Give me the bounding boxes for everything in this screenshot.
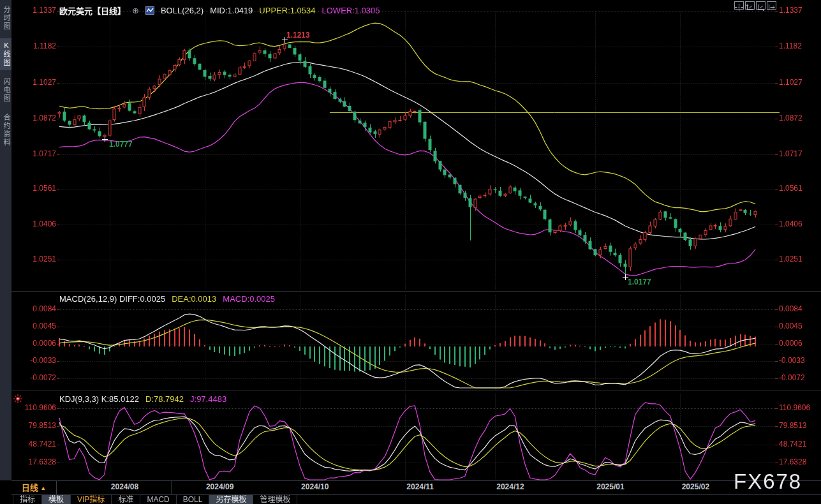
annotation-january-low: 1.0177 xyxy=(628,278,651,286)
shift-chart-right-icon[interactable] xyxy=(767,1,776,10)
price-axis-label: 0.0045 xyxy=(779,322,820,330)
chart-toolbar-icons xyxy=(734,1,776,10)
toolbar-item-标准[interactable]: 标准 xyxy=(112,495,140,504)
time-axis-row: 日线 ▲ 2024/082024/092024/102024/112024/12… xyxy=(11,481,821,494)
macd-dea-value: DEA:0.0013 xyxy=(172,294,216,304)
month-label: 2024/09 xyxy=(191,482,249,491)
toolbar-item-另存模板[interactable]: 另存模板 xyxy=(209,495,253,504)
boll-upper-value: UPPER:1.0534 xyxy=(259,6,315,15)
price-axis-label: -0.0033 xyxy=(779,356,820,365)
price-axis-label: 79.8513 xyxy=(779,421,820,430)
add-indicator-icon[interactable]: ⊕ xyxy=(132,6,139,15)
price-axis-label: 17.6328 xyxy=(11,457,56,466)
month-label: 2024/12 xyxy=(482,482,539,491)
chart-application-window: 分时图 K线图 闪电图 合约资料 欧元美元【日线】 ⊕ BOLL(26,2) M… xyxy=(0,0,821,504)
toolbar-item-指标[interactable]: 指标 xyxy=(13,495,42,504)
main-chart-header: 欧元美元【日线】 ⊕ BOLL(26,2) MID:1.0419 UPPER:1… xyxy=(59,4,380,17)
period-dropdown-arrow: ▲ xyxy=(40,485,46,491)
boll-lower-value: LOWER:1.0305 xyxy=(322,6,380,15)
price-axis-label: -0.0072 xyxy=(779,373,820,382)
annotation-august-low: 1.0777 xyxy=(109,140,133,149)
macd-bar-value: MACD:0.0025 xyxy=(223,294,275,304)
price-axis-label: 48.7421 xyxy=(11,440,56,448)
toolbar-item-VIP指标[interactable]: VIP指标 xyxy=(71,495,112,504)
annotation-high-price: 1.1213 xyxy=(286,31,310,40)
period-label: 日线 xyxy=(22,483,38,493)
price-axis-label: -0.0072 xyxy=(11,373,56,382)
price-axis-label: 0.0084 xyxy=(11,304,56,313)
month-label: 2024/11 xyxy=(392,482,449,491)
price-axis-label: 1.0251 xyxy=(779,255,820,263)
panel-separator xyxy=(11,390,821,390)
month-label: 2024/08 xyxy=(96,482,154,491)
sidebar-tab-kline[interactable]: K线图 xyxy=(0,38,11,70)
month-label: 2024/10 xyxy=(286,482,344,491)
price-axis-label: 0.0006 xyxy=(779,339,820,348)
price-axis-label: 0.0006 xyxy=(11,339,56,348)
price-axis-label: 1.0872 xyxy=(11,114,56,122)
toolbar-item-MACD[interactable]: MACD xyxy=(140,495,176,504)
panel-separator xyxy=(11,291,821,292)
price-axis-label: 1.0561 xyxy=(779,184,820,193)
price-axis-label: 1.1337 xyxy=(11,6,56,15)
symbol-name: 欧元美元 xyxy=(59,4,92,17)
chart-logo-icon xyxy=(145,6,154,15)
kdj-panel-header: KDJ(9,3,3) K:85.0122 D:78.7942 J:97.4483 xyxy=(59,394,226,404)
price-axis-label: 1.0717 xyxy=(11,149,56,158)
boll-indicator-label: BOLL(26,2) xyxy=(161,6,203,15)
chart-canvas[interactable] xyxy=(0,0,821,504)
toolbar-item-模板[interactable]: 模板 xyxy=(42,495,71,504)
boll-mid-value: MID:1.0419 xyxy=(210,6,253,15)
kdj-settings-icon[interactable] xyxy=(13,394,23,406)
price-axis-label: 1.0717 xyxy=(779,149,820,158)
price-axis-label: 1.0872 xyxy=(779,114,820,122)
date-row-divider xyxy=(171,481,172,494)
month-label: 2025/01 xyxy=(582,482,639,491)
indicator-toolbar: 指标模板VIP指标标准MACDBOLL另存模板管理模板 xyxy=(13,495,297,504)
kdj-k-value: KDJ(9,3,3) K:85.0122 xyxy=(59,394,139,404)
toolbar-item-管理模板[interactable]: 管理模板 xyxy=(253,495,297,504)
price-axis-label: 1.1182 xyxy=(779,41,820,50)
period-tag: 【日线】 xyxy=(92,4,126,17)
price-axis-label: 1.0406 xyxy=(779,219,820,228)
toolbar-item-BOLL[interactable]: BOLL xyxy=(177,495,210,504)
crosshair-tool-icon[interactable] xyxy=(734,1,744,10)
sidebar-tab-lightning[interactable]: 闪电图 xyxy=(0,75,11,106)
sidebar-tab-timeshare[interactable]: 分时图 xyxy=(0,3,11,34)
period-selector[interactable]: 日线 ▲ xyxy=(11,481,57,494)
price-axis-label: 79.8513 xyxy=(11,421,56,430)
price-axis-label: 1.0251 xyxy=(11,255,56,263)
price-axis-label: 17.6328 xyxy=(779,457,820,466)
price-axis-label: 1.1027 xyxy=(11,78,56,87)
price-axis-label: -0.0033 xyxy=(11,356,56,365)
month-label: 2025/02 xyxy=(667,482,724,491)
price-axis-label: 110.9606 xyxy=(779,403,820,412)
price-axis-label: 1.1027 xyxy=(779,78,820,87)
price-axis-label: 48.7421 xyxy=(779,440,820,448)
macd-diff-value: MACD(26,12,9) DIFF:0.0025 xyxy=(59,294,165,304)
kdj-d-value: D:78.7942 xyxy=(145,394,184,404)
sidebar-tab-contract-info[interactable]: 合约资料 xyxy=(0,110,11,150)
price-axis-label: 1.1337 xyxy=(779,6,820,15)
price-axis-label: 0.0084 xyxy=(779,304,820,313)
macd-panel-header: MACD(26,12,9) DIFF:0.0025 DEA:0.0013 MAC… xyxy=(59,294,275,304)
price-axis-label: 0.0045 xyxy=(11,322,56,330)
price-axis-label: 1.1182 xyxy=(11,41,56,50)
price-axis-label: 1.0406 xyxy=(11,219,56,228)
fx678-watermark: FX678 xyxy=(734,470,802,494)
axis-scale-up-icon[interactable] xyxy=(745,1,755,10)
axis-scale-right-icon[interactable] xyxy=(756,1,766,10)
price-axis-label: 1.0561 xyxy=(11,184,56,193)
kdj-j-value: J:97.4483 xyxy=(190,394,226,404)
chart-type-sidebar: 分时图 K线图 闪电图 合约资料 xyxy=(0,0,11,480)
